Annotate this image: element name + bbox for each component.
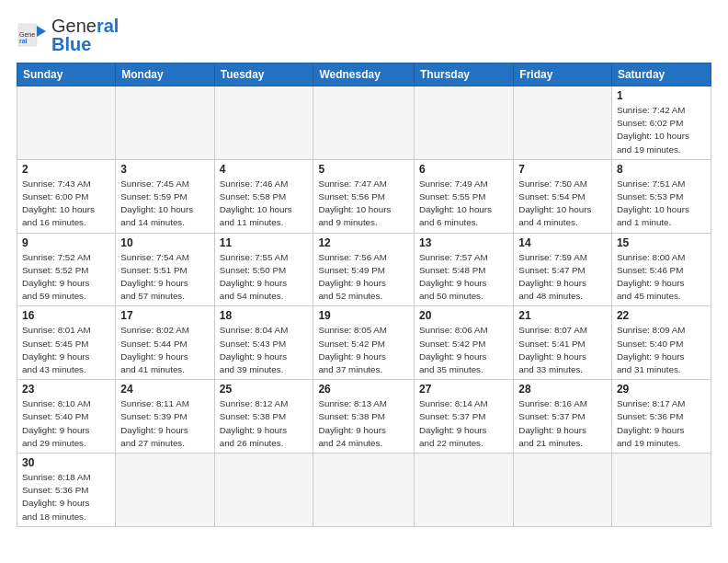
day-cell: 28Sunrise: 8:16 AM Sunset: 5:37 PM Dayli… <box>514 380 612 454</box>
day-number: 22 <box>617 309 706 322</box>
day-info: Sunrise: 7:57 AM Sunset: 5:48 PM Dayligh… <box>419 251 508 304</box>
day-number: 20 <box>419 309 508 322</box>
day-number: 30 <box>22 456 110 469</box>
day-cell: 13Sunrise: 7:57 AM Sunset: 5:48 PM Dayli… <box>415 233 514 306</box>
day-number: 13 <box>419 236 508 249</box>
weekday-header-row: SundayMondayTuesdayWednesdayThursdayFrid… <box>17 63 711 86</box>
day-info: Sunrise: 7:55 AM Sunset: 5:50 PM Dayligh… <box>220 251 309 304</box>
day-cell: 11Sunrise: 7:55 AM Sunset: 5:50 PM Dayli… <box>214 233 313 306</box>
day-number: 26 <box>318 383 409 396</box>
weekday-header-wednesday: Wednesday <box>313 63 415 86</box>
day-cell: 25Sunrise: 8:12 AM Sunset: 5:38 PM Dayli… <box>214 380 313 454</box>
week-row-5: 23Sunrise: 8:10 AM Sunset: 5:40 PM Dayli… <box>17 380 711 454</box>
day-info: Sunrise: 8:10 AM Sunset: 5:40 PM Dayligh… <box>22 397 110 450</box>
day-cell: 12Sunrise: 7:56 AM Sunset: 5:49 PM Dayli… <box>313 233 415 306</box>
day-cell <box>313 86 415 160</box>
day-cell: 7Sunrise: 7:50 AM Sunset: 5:54 PM Daylig… <box>514 159 612 233</box>
svg-marker-1 <box>37 26 46 37</box>
day-number: 17 <box>120 309 209 322</box>
day-info: Sunrise: 7:54 AM Sunset: 5:51 PM Dayligh… <box>120 251 209 304</box>
page: Gene ral GeneralBlue SundayMondayTuesday… <box>0 0 728 536</box>
day-cell <box>415 86 514 160</box>
day-cell: 17Sunrise: 8:02 AM Sunset: 5:44 PM Dayli… <box>116 306 214 380</box>
day-cell: 8Sunrise: 7:51 AM Sunset: 5:53 PM Daylig… <box>611 159 711 233</box>
day-cell: 14Sunrise: 7:59 AM Sunset: 5:47 PM Dayli… <box>514 233 612 306</box>
day-cell: 24Sunrise: 8:11 AM Sunset: 5:39 PM Dayli… <box>116 380 214 454</box>
day-cell: 29Sunrise: 8:17 AM Sunset: 5:36 PM Dayli… <box>611 380 711 454</box>
day-info: Sunrise: 7:47 AM Sunset: 5:56 PM Dayligh… <box>318 178 409 230</box>
day-cell: 16Sunrise: 8:01 AM Sunset: 5:45 PM Dayli… <box>17 306 116 380</box>
day-info: Sunrise: 7:59 AM Sunset: 5:47 PM Dayligh… <box>518 251 607 304</box>
calendar: SundayMondayTuesdayWednesdayThursdayFrid… <box>17 63 711 527</box>
weekday-header-sunday: Sunday <box>17 63 116 86</box>
day-cell: 27Sunrise: 8:14 AM Sunset: 5:37 PM Dayli… <box>415 380 514 454</box>
day-number: 8 <box>617 163 706 176</box>
day-cell <box>116 454 214 527</box>
day-number: 11 <box>220 236 309 249</box>
day-info: Sunrise: 7:42 AM Sunset: 6:02 PM Dayligh… <box>617 104 706 156</box>
day-info: Sunrise: 8:17 AM Sunset: 5:36 PM Dayligh… <box>617 397 706 450</box>
day-info: Sunrise: 8:12 AM Sunset: 5:38 PM Dayligh… <box>220 397 309 450</box>
day-number: 6 <box>419 163 508 176</box>
day-info: Sunrise: 8:05 AM Sunset: 5:42 PM Dayligh… <box>318 324 409 376</box>
day-number: 24 <box>120 383 209 396</box>
day-cell <box>214 86 313 160</box>
weekday-header-thursday: Thursday <box>415 63 514 86</box>
day-cell: 4Sunrise: 7:46 AM Sunset: 5:58 PM Daylig… <box>214 159 313 233</box>
day-number: 23 <box>22 383 110 396</box>
day-cell: 10Sunrise: 7:54 AM Sunset: 5:51 PM Dayli… <box>116 233 214 306</box>
day-info: Sunrise: 7:45 AM Sunset: 5:59 PM Dayligh… <box>120 178 209 230</box>
day-cell: 18Sunrise: 8:04 AM Sunset: 5:43 PM Dayli… <box>214 306 313 380</box>
day-info: Sunrise: 8:07 AM Sunset: 5:41 PM Dayligh… <box>518 324 607 376</box>
day-number: 12 <box>318 236 409 249</box>
day-number: 29 <box>617 383 706 396</box>
logo: Gene ral GeneralBlue <box>17 17 119 53</box>
day-info: Sunrise: 7:50 AM Sunset: 5:54 PM Dayligh… <box>518 178 607 230</box>
day-number: 28 <box>518 383 607 396</box>
logo-icon: Gene ral <box>17 18 50 52</box>
day-info: Sunrise: 8:00 AM Sunset: 5:46 PM Dayligh… <box>617 251 706 304</box>
week-row-4: 16Sunrise: 8:01 AM Sunset: 5:45 PM Dayli… <box>17 306 711 380</box>
day-cell: 15Sunrise: 8:00 AM Sunset: 5:46 PM Dayli… <box>611 233 711 306</box>
day-info: Sunrise: 7:43 AM Sunset: 6:00 PM Dayligh… <box>22 178 110 230</box>
weekday-header-friday: Friday <box>514 63 612 86</box>
day-info: Sunrise: 8:02 AM Sunset: 5:44 PM Dayligh… <box>120 324 209 376</box>
day-cell: 22Sunrise: 8:09 AM Sunset: 5:40 PM Dayli… <box>611 306 711 380</box>
day-cell: 2Sunrise: 7:43 AM Sunset: 6:00 PM Daylig… <box>17 159 116 233</box>
day-number: 9 <box>22 236 110 249</box>
day-info: Sunrise: 8:04 AM Sunset: 5:43 PM Dayligh… <box>220 324 309 376</box>
header: Gene ral GeneralBlue <box>17 17 711 53</box>
day-cell: 9Sunrise: 7:52 AM Sunset: 5:52 PM Daylig… <box>17 233 116 306</box>
weekday-header-saturday: Saturday <box>611 63 711 86</box>
day-cell <box>415 454 514 527</box>
day-number: 19 <box>318 309 409 322</box>
day-cell <box>514 454 612 527</box>
week-row-3: 9Sunrise: 7:52 AM Sunset: 5:52 PM Daylig… <box>17 233 711 306</box>
day-cell <box>116 86 214 160</box>
weekday-header-monday: Monday <box>116 63 214 86</box>
day-cell <box>214 454 313 527</box>
day-number: 4 <box>220 163 309 176</box>
day-number: 21 <box>518 309 607 322</box>
day-number: 7 <box>518 163 607 176</box>
day-number: 16 <box>22 309 110 322</box>
day-info: Sunrise: 7:49 AM Sunset: 5:55 PM Dayligh… <box>419 178 508 230</box>
day-info: Sunrise: 8:13 AM Sunset: 5:38 PM Dayligh… <box>318 397 409 450</box>
week-row-1: 1Sunrise: 7:42 AM Sunset: 6:02 PM Daylig… <box>17 86 711 160</box>
day-number: 3 <box>120 163 209 176</box>
weekday-header-tuesday: Tuesday <box>214 63 313 86</box>
day-cell: 3Sunrise: 7:45 AM Sunset: 5:59 PM Daylig… <box>116 159 214 233</box>
day-number: 1 <box>617 89 706 102</box>
day-info: Sunrise: 7:56 AM Sunset: 5:49 PM Dayligh… <box>318 251 409 304</box>
day-cell: 19Sunrise: 8:05 AM Sunset: 5:42 PM Dayli… <box>313 306 415 380</box>
day-cell: 1Sunrise: 7:42 AM Sunset: 6:02 PM Daylig… <box>611 86 711 160</box>
week-row-6: 30Sunrise: 8:18 AM Sunset: 5:36 PM Dayli… <box>17 454 711 527</box>
day-number: 25 <box>220 383 309 396</box>
day-cell: 5Sunrise: 7:47 AM Sunset: 5:56 PM Daylig… <box>313 159 415 233</box>
day-info: Sunrise: 7:46 AM Sunset: 5:58 PM Dayligh… <box>220 178 309 230</box>
day-number: 10 <box>120 236 209 249</box>
day-cell: 6Sunrise: 7:49 AM Sunset: 5:55 PM Daylig… <box>415 159 514 233</box>
day-cell: 30Sunrise: 8:18 AM Sunset: 5:36 PM Dayli… <box>17 454 116 527</box>
day-number: 18 <box>220 309 309 322</box>
day-number: 5 <box>318 163 409 176</box>
